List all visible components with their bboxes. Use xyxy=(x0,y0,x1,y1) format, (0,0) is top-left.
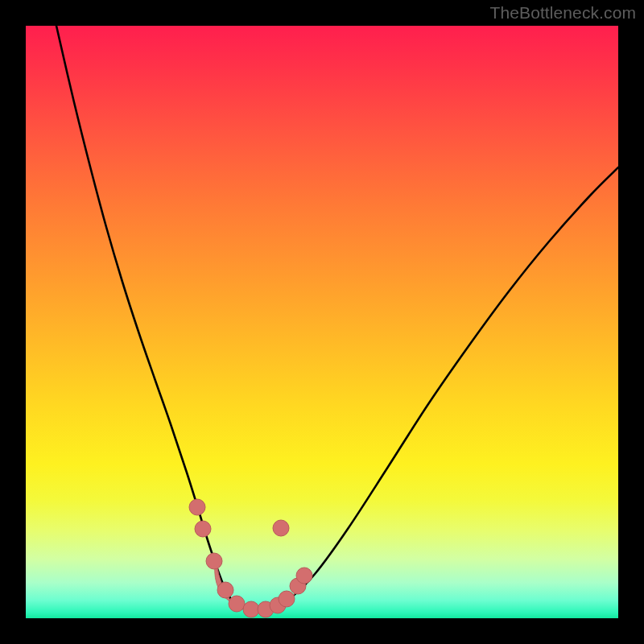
curve-marker xyxy=(206,553,222,569)
curve-marker xyxy=(217,582,233,598)
curve-marker xyxy=(296,568,312,584)
curve-marker xyxy=(195,521,211,537)
curve-layer xyxy=(26,26,618,618)
curve-marker xyxy=(229,596,245,612)
chart-frame: TheBottleneck.com xyxy=(0,0,644,644)
curve-markers xyxy=(189,499,312,617)
curve-marker xyxy=(243,601,259,617)
bottleneck-curve xyxy=(56,26,618,611)
curve-marker xyxy=(273,520,289,536)
plot-area xyxy=(26,26,618,618)
watermark-text: TheBottleneck.com xyxy=(490,3,636,23)
curve-marker xyxy=(279,591,295,607)
curve-marker xyxy=(189,499,205,515)
